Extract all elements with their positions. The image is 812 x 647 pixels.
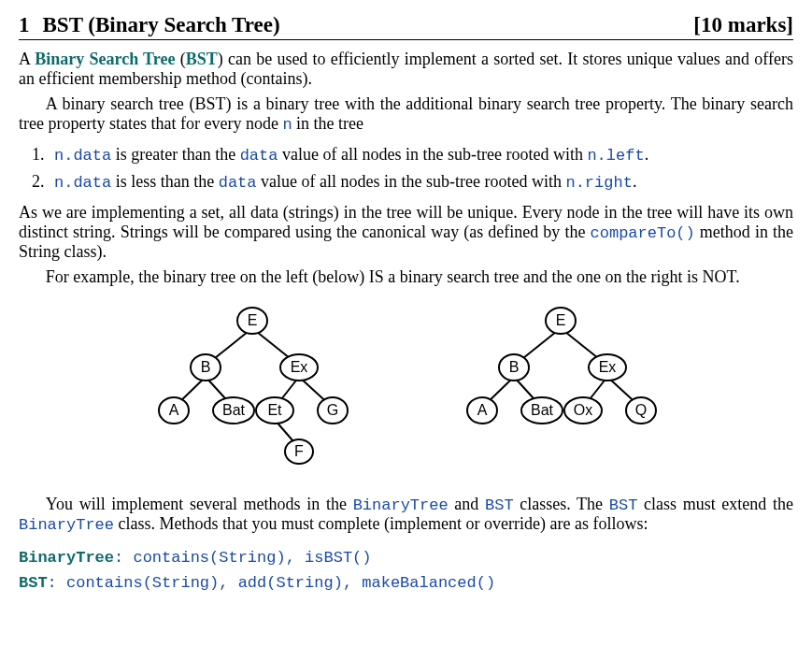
property-item-2: n.data is less than the data value of al… xyxy=(49,172,793,192)
code-BinaryTree: BinaryTree xyxy=(19,516,114,534)
node-label: Ox xyxy=(573,402,591,418)
node-label: E xyxy=(247,312,257,328)
code-nright: n.right xyxy=(565,174,632,192)
node-label: G xyxy=(326,402,337,418)
code-data: data xyxy=(240,147,278,165)
property-item-1: n.data is greater than the data value of… xyxy=(49,145,793,165)
tree-figures: E B Ex A Bat Et G F E xyxy=(19,300,793,478)
section-number: 1 xyxy=(19,13,30,36)
tree-left: E B Ex A Bat Et G F xyxy=(140,300,364,478)
paragraph-unique: As we are implementing a set, all data (… xyxy=(19,203,793,262)
property-list: n.data is greater than the data value of… xyxy=(19,145,793,192)
node-label: Bat xyxy=(221,402,245,418)
section-heading: 1BST (Binary Search Tree) [10 marks] xyxy=(19,13,793,40)
node-label: Ex xyxy=(290,359,307,375)
class-name: BST xyxy=(19,574,48,592)
paragraph-intro: A Binary Search Tree (BST) can be used t… xyxy=(19,50,793,89)
method: add(String) xyxy=(238,574,343,592)
code-n: n xyxy=(282,116,292,134)
code-nleft: n.left xyxy=(587,147,644,165)
paragraph-example: For example, the binary tree on the left… xyxy=(19,267,793,287)
node-label: F xyxy=(294,443,304,459)
term-bst-long: Binary Search Tree xyxy=(35,50,175,68)
method: isBST() xyxy=(305,549,371,567)
methods-bst: BST: contains(String), add(String), make… xyxy=(19,572,793,592)
node-label: Q xyxy=(634,402,646,418)
section-title: BST (Binary Search Tree) xyxy=(43,13,280,36)
tree-right: E B Ex A Bat Ox Q xyxy=(449,300,673,440)
node-label: E xyxy=(555,312,565,328)
node-label: A xyxy=(168,402,178,418)
method: makeBalanced() xyxy=(362,574,495,592)
code-ndata: n.data xyxy=(54,174,111,192)
class-name: BinaryTree xyxy=(19,549,114,567)
methods-binarytree: BinaryTree: contains(String), isBST() xyxy=(19,547,793,567)
node-label: Et xyxy=(267,402,282,418)
term-bst-short: BST xyxy=(186,50,218,68)
node-label: A xyxy=(477,402,487,418)
section-marks: [10 marks] xyxy=(693,13,793,37)
node-label: Bat xyxy=(530,402,553,418)
code-BST: BST xyxy=(609,496,638,514)
node-label: B xyxy=(200,359,210,375)
method: contains(String) xyxy=(133,549,285,567)
code-BinaryTree: BinaryTree xyxy=(353,496,449,514)
code-compareto: compareTo() xyxy=(591,224,695,242)
node-label: Ex xyxy=(598,359,616,375)
paragraph-implement: You will implement several methods in th… xyxy=(19,495,793,534)
code-data: data xyxy=(219,174,257,192)
node-label: B xyxy=(508,359,519,375)
code-ndata: n.data xyxy=(54,147,111,165)
method: contains(String) xyxy=(66,574,219,592)
paragraph-property: A binary search tree (BST) is a binary t… xyxy=(19,94,793,134)
code-BST: BST xyxy=(485,496,514,514)
